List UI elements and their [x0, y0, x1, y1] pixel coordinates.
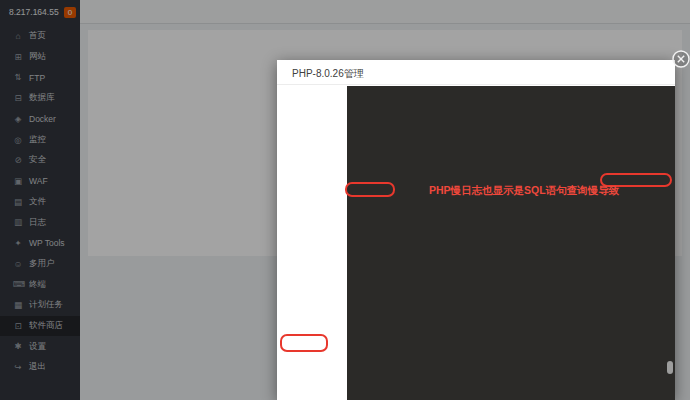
modal-menu-item[interactable] — [277, 292, 347, 313]
modal-title: PHP-8.0.26管理 — [292, 67, 364, 81]
modal-menu-item[interactable] — [277, 271, 347, 292]
slow-log-terminal — [347, 86, 675, 400]
modal-menu-item[interactable] — [277, 209, 347, 230]
modal-header: PHP-8.0.26管理 — [277, 60, 675, 85]
modal-menu-item[interactable] — [277, 126, 347, 147]
modal-menu — [277, 85, 347, 400]
modal-menu-item[interactable] — [277, 333, 347, 354]
modal-menu-item[interactable] — [277, 147, 347, 168]
modal-menu-item[interactable] — [277, 230, 347, 251]
modal-menu-item[interactable] — [277, 85, 347, 106]
modal-menu-item[interactable] — [277, 313, 347, 334]
modal-menu-item[interactable] — [277, 188, 347, 209]
modal-menu-item[interactable] — [277, 251, 347, 272]
modal-menu-item[interactable] — [277, 106, 347, 127]
terminal-scrollbar-thumb[interactable] — [667, 361, 673, 374]
close-icon[interactable] — [672, 50, 690, 68]
modal-menu-item[interactable] — [277, 354, 347, 375]
red-annotation-text: PHP慢日志也显示是SQL语句查询慢导致 — [429, 184, 619, 198]
modal-menu-item[interactable] — [277, 168, 347, 189]
